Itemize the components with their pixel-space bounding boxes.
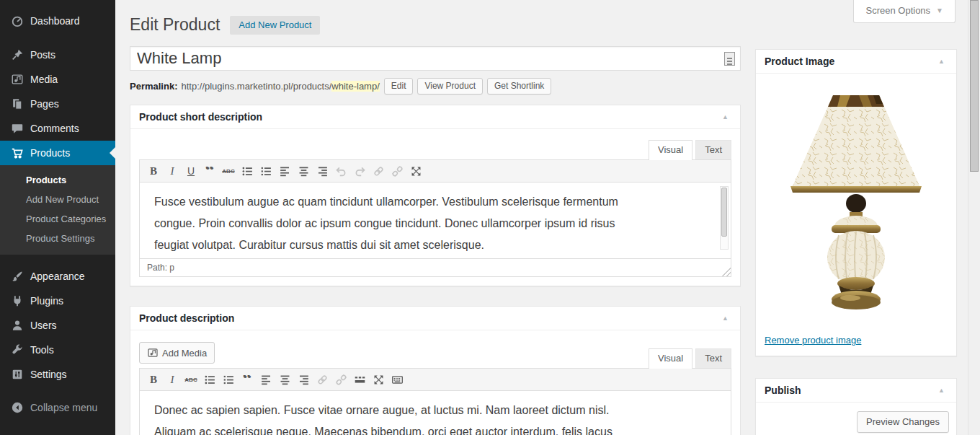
- short-description-metabox-header[interactable]: Product short description ▲: [130, 105, 740, 129]
- pushpin-icon: [10, 48, 24, 62]
- screen-options-button[interactable]: Screen Options ▼: [853, 0, 956, 23]
- bold-icon[interactable]: B: [144, 162, 163, 180]
- bold-icon[interactable]: B: [144, 371, 163, 388]
- sidebar-item-dashboard[interactable]: Dashboard: [0, 9, 115, 33]
- collapse-toggle-icon[interactable]: ▲: [719, 313, 731, 323]
- unlink-icon[interactable]: [331, 371, 350, 388]
- description-metabox: Product description ▲ Add Media Visual T…: [130, 306, 741, 435]
- page-scrollbar[interactable]: [968, 0, 980, 435]
- collapse-menu-label: Collapse menu: [30, 402, 97, 413]
- sidebar-item-label: Plugins: [30, 295, 63, 307]
- pages-icon: [10, 97, 24, 111]
- cart-icon: [10, 146, 24, 160]
- editor-text-line: feugiat volutpat. Curabitur cursus matti…: [154, 234, 709, 256]
- editor-path-label: Path: p: [147, 263, 174, 273]
- collapse-toggle-icon[interactable]: ▲: [935, 56, 948, 66]
- align-center-icon[interactable]: [275, 371, 294, 388]
- edit-permalink-button[interactable]: Edit: [384, 78, 414, 95]
- title-scroll-icon[interactable]: [724, 52, 735, 66]
- remove-product-image-link[interactable]: Remove product image: [765, 335, 861, 346]
- permalink-label: Permalink:: [130, 81, 177, 92]
- fullscreen-icon[interactable]: [369, 371, 388, 388]
- editor-text-line: Aliquam ac scelerisque neque. Maecenas b…: [154, 421, 709, 435]
- sidebar-item-posts[interactable]: Posts: [0, 43, 115, 67]
- menu-separator: [0, 33, 115, 43]
- collapse-toggle-icon[interactable]: ▲: [935, 385, 948, 395]
- italic-icon[interactable]: I: [163, 162, 182, 180]
- bullet-list-icon[interactable]: [200, 371, 219, 388]
- submenu-item-products[interactable]: Products: [0, 170, 115, 190]
- sidebar-item-tools[interactable]: Tools: [0, 338, 115, 362]
- bullet-list-icon[interactable]: [238, 162, 257, 180]
- resize-grip[interactable]: [719, 265, 731, 276]
- link-icon[interactable]: [313, 371, 331, 388]
- sidebar-item-comments[interactable]: Comments: [0, 116, 115, 141]
- scrollbar-thumb[interactable]: [970, 0, 979, 172]
- sidebar-item-users[interactable]: Users: [0, 313, 115, 338]
- strikethrough-icon[interactable]: ABC: [219, 162, 238, 180]
- sidebar-item-products[interactable]: Products: [0, 141, 115, 165]
- view-product-button[interactable]: View Product: [417, 78, 482, 95]
- sidebar-item-appearance[interactable]: Appearance: [0, 264, 115, 289]
- user-icon: [10, 318, 24, 333]
- add-media-button[interactable]: Add Media: [139, 342, 215, 364]
- menu-separator: [0, 255, 115, 264]
- chevron-down-icon: ▼: [936, 6, 943, 14]
- sidebar-item-pages[interactable]: Pages: [0, 92, 115, 116]
- submenu-item-add-new-product[interactable]: Add New Product: [0, 190, 115, 209]
- align-left-icon[interactable]: [257, 371, 275, 388]
- align-left-icon[interactable]: [275, 162, 294, 180]
- sidebar-item-plugins[interactable]: Plugins: [0, 289, 115, 313]
- blockquote-icon[interactable]: “: [200, 162, 219, 180]
- strikethrough-icon[interactable]: ABC: [182, 371, 200, 388]
- submenu-item-product-settings[interactable]: Product Settings: [0, 229, 115, 248]
- preview-changes-button[interactable]: Preview Changes: [857, 411, 949, 433]
- side-column: Product Image ▲: [755, 0, 957, 435]
- screen-options-label: Screen Options: [865, 5, 930, 16]
- collapse-menu-button[interactable]: Collapse menu: [0, 395, 115, 420]
- add-new-product-button[interactable]: Add New Product: [230, 16, 320, 35]
- brush-icon: [10, 269, 24, 284]
- sidebar-item-settings[interactable]: Settings: [0, 362, 115, 387]
- editor-toolbar: B I U “ ABC: [139, 159, 731, 183]
- product-image-metabox-header[interactable]: Product Image ▲: [756, 50, 956, 74]
- short-description-metabox: Product short description ▲ Visual Text …: [130, 105, 741, 286]
- unlink-icon[interactable]: [388, 162, 406, 180]
- tab-text[interactable]: Text: [695, 140, 731, 159]
- tab-visual[interactable]: Visual: [649, 140, 692, 160]
- sidebar-item-label: Users: [30, 320, 57, 331]
- undo-icon[interactable]: [331, 162, 350, 180]
- description-metabox-header[interactable]: Product description ▲: [130, 307, 740, 330]
- align-right-icon[interactable]: [294, 371, 313, 388]
- description-editor[interactable]: Donec ac sapien sapien. Fusce vitae orna…: [139, 391, 731, 435]
- short-description-editor[interactable]: Fusce vestibulum augue ac quam tincidunt…: [139, 183, 731, 259]
- editor-scrollbar[interactable]: [720, 186, 729, 250]
- link-icon[interactable]: [369, 162, 388, 180]
- underline-icon[interactable]: U: [182, 162, 200, 180]
- numbered-list-icon[interactable]: [219, 371, 238, 388]
- align-center-icon[interactable]: [294, 162, 313, 180]
- align-right-icon[interactable]: [313, 162, 331, 180]
- publish-metabox-header[interactable]: Publish ▲: [756, 379, 956, 403]
- permalink-url: http://plugins.marketinto.pl/products/: [181, 81, 331, 92]
- more-tag-icon[interactable]: [350, 371, 369, 388]
- redo-icon[interactable]: [350, 162, 369, 180]
- submenu-item-product-categories[interactable]: Product Categories: [0, 209, 115, 229]
- fullscreen-icon[interactable]: [406, 162, 425, 180]
- sidebar-item-media[interactable]: Media: [0, 67, 115, 92]
- products-submenu: Products Add New Product Product Categor…: [0, 165, 115, 255]
- italic-icon[interactable]: I: [163, 371, 182, 388]
- tab-text[interactable]: Text: [695, 348, 731, 368]
- product-title-input[interactable]: [130, 46, 741, 71]
- collapse-toggle-icon[interactable]: ▲: [719, 112, 731, 122]
- sidebar-item-label: Comments: [30, 123, 79, 134]
- sidebar-item-label: Tools: [30, 344, 54, 356]
- numbered-list-icon[interactable]: [257, 162, 275, 180]
- toolbar-toggle-icon[interactable]: [388, 371, 406, 388]
- blockquote-icon[interactable]: “: [238, 371, 257, 388]
- comment-icon: [10, 121, 24, 136]
- media-icon: [147, 347, 159, 359]
- tab-visual[interactable]: Visual: [649, 348, 692, 369]
- get-shortlink-button[interactable]: Get Shortlink: [487, 78, 551, 95]
- metabox-title: Product description: [139, 312, 234, 324]
